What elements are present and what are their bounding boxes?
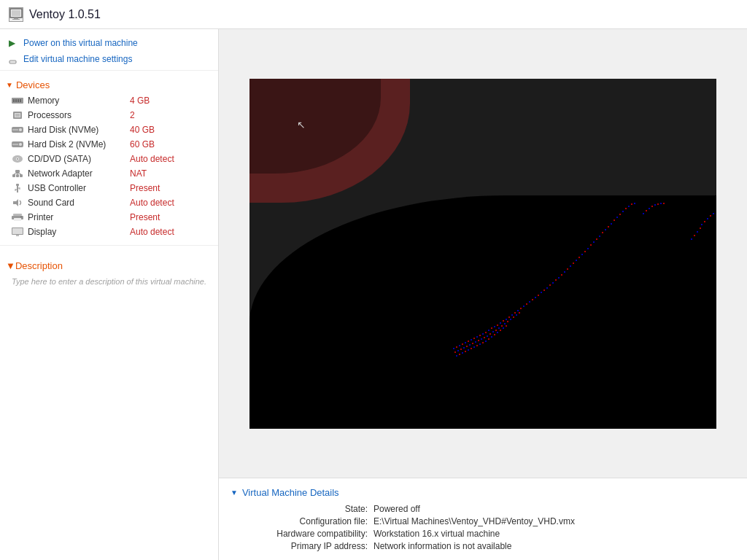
svg-point-78 bbox=[549, 284, 551, 286]
vm-details-section: ▼ Virtual Machine Details State: Powered… bbox=[219, 478, 747, 560]
device-row-network[interactable]: Network Adapter NAT bbox=[0, 166, 218, 181]
svg-point-80 bbox=[555, 279, 557, 281]
svg-point-139 bbox=[479, 343, 481, 345]
svg-point-83 bbox=[564, 271, 565, 273]
svg-point-90 bbox=[584, 251, 586, 252]
svg-point-95 bbox=[599, 236, 600, 237]
svg-rect-39 bbox=[14, 218, 21, 221]
hdd2-icon bbox=[12, 140, 23, 149]
edit-settings-button[interactable]: Edit virtual machine settings bbox=[0, 51, 218, 67]
device-row-display[interactable]: Display Auto detect bbox=[0, 225, 218, 239]
svg-point-58 bbox=[491, 327, 492, 329]
svg-point-110 bbox=[460, 349, 462, 350]
svg-point-164 bbox=[694, 235, 695, 236]
device-row-hdd2[interactable]: Hard Disk 2 (NVMe) 60 GB bbox=[0, 137, 218, 152]
svg-rect-25 bbox=[16, 174, 19, 177]
device-row-memory[interactable]: Memory 4 GB bbox=[0, 93, 218, 108]
svg-point-158 bbox=[704, 221, 705, 222]
network-icon bbox=[12, 169, 23, 178]
power-on-button[interactable]: ▶ Power on this virtual machine bbox=[0, 35, 218, 51]
svg-point-96 bbox=[602, 232, 603, 233]
svg-point-54 bbox=[479, 335, 481, 336]
svg-point-161 bbox=[713, 213, 714, 214]
devices-section-header[interactable]: ▼ Devices bbox=[0, 74, 218, 93]
svg-point-103 bbox=[622, 211, 624, 212]
svg-rect-1 bbox=[12, 10, 20, 16]
svg-point-55 bbox=[482, 333, 484, 335]
svg-point-91 bbox=[587, 248, 589, 249]
svg-point-146 bbox=[500, 330, 501, 331]
svg-point-53 bbox=[476, 336, 478, 338]
svg-point-52 bbox=[473, 338, 475, 339]
device-row-processors[interactable]: Processors 2 bbox=[0, 108, 218, 122]
svg-point-120 bbox=[489, 333, 491, 335]
svg-point-62 bbox=[503, 320, 504, 322]
svg-rect-23 bbox=[15, 170, 20, 173]
svg-point-79 bbox=[552, 282, 554, 284]
svg-point-64 bbox=[508, 316, 510, 318]
svg-point-119 bbox=[487, 335, 488, 337]
edit-icon bbox=[9, 54, 19, 64]
svg-point-154 bbox=[657, 203, 659, 205]
svg-rect-40 bbox=[20, 217, 22, 217]
svg-rect-16 bbox=[12, 129, 18, 131]
svg-point-133 bbox=[462, 352, 463, 354]
svg-rect-26 bbox=[20, 174, 23, 177]
svg-point-153 bbox=[654, 204, 656, 206]
svg-point-116 bbox=[478, 340, 479, 341]
svg-point-99 bbox=[611, 223, 612, 225]
svg-point-65 bbox=[511, 314, 513, 316]
svg-point-149 bbox=[643, 213, 644, 214]
svg-point-109 bbox=[457, 350, 459, 351]
svg-point-47 bbox=[459, 345, 460, 346]
svg-point-22 bbox=[17, 158, 18, 160]
page-title: Ventoy 1.0.51 bbox=[29, 8, 101, 21]
display-icon bbox=[12, 228, 23, 236]
svg-point-61 bbox=[500, 322, 501, 324]
svg-point-125 bbox=[504, 323, 506, 324]
svg-point-155 bbox=[660, 203, 662, 204]
usb-icon bbox=[12, 184, 23, 192]
device-row-usb[interactable]: USB Controller Present bbox=[0, 181, 218, 195]
svg-rect-43 bbox=[16, 235, 19, 236]
svg-point-100 bbox=[614, 219, 615, 221]
device-row-sound[interactable]: Sound Card Auto detect bbox=[0, 195, 218, 210]
svg-rect-9 bbox=[18, 99, 19, 102]
svg-point-151 bbox=[649, 208, 650, 209]
svg-rect-10 bbox=[20, 99, 21, 102]
vm-details-header[interactable]: ▼ Virtual Machine Details bbox=[231, 487, 735, 498]
svg-point-142 bbox=[488, 338, 489, 340]
svg-point-73 bbox=[535, 297, 536, 298]
svg-point-127 bbox=[510, 319, 511, 320]
svg-point-87 bbox=[576, 260, 577, 261]
svg-point-163 bbox=[697, 231, 698, 233]
svg-point-82 bbox=[561, 274, 562, 276]
cpu-icon bbox=[12, 111, 23, 120]
svg-point-101 bbox=[616, 217, 618, 218]
left-panel: ▶ Power on this virtual machine Edit vir… bbox=[0, 29, 219, 560]
svg-point-159 bbox=[707, 218, 708, 219]
sound-icon bbox=[12, 198, 23, 207]
title-bar: Ventoy 1.0.51 bbox=[0, 0, 747, 29]
svg-point-135 bbox=[468, 349, 469, 351]
device-row-cdvd[interactable]: CD/DVD (SATA) Auto detect bbox=[0, 152, 218, 166]
svg-point-88 bbox=[578, 257, 580, 258]
svg-point-156 bbox=[663, 203, 665, 204]
svg-point-148 bbox=[506, 325, 507, 327]
svg-point-118 bbox=[484, 337, 485, 338]
vm-screen[interactable]: ↖ bbox=[249, 79, 716, 429]
svg-rect-8 bbox=[15, 99, 17, 102]
devices-chevron: ▼ bbox=[6, 81, 13, 89]
svg-point-77 bbox=[546, 287, 548, 289]
description-section: ▼ Description Type here to enter a descr… bbox=[0, 252, 218, 295]
description-header[interactable]: ▼ Description bbox=[6, 257, 212, 274]
device-row-hdd1[interactable]: Hard Disk (NVMe) 40 GB bbox=[0, 122, 218, 137]
svg-point-112 bbox=[466, 346, 468, 347]
device-row-printer[interactable]: Printer Present bbox=[0, 210, 218, 225]
svg-point-57 bbox=[488, 330, 489, 331]
right-panel: ↖ ▼ Virtual Machine Details State: Power… bbox=[219, 29, 747, 560]
svg-point-114 bbox=[472, 343, 473, 344]
svg-point-44 bbox=[439, 232, 716, 363]
svg-point-126 bbox=[507, 321, 508, 322]
svg-point-45 bbox=[453, 348, 454, 349]
